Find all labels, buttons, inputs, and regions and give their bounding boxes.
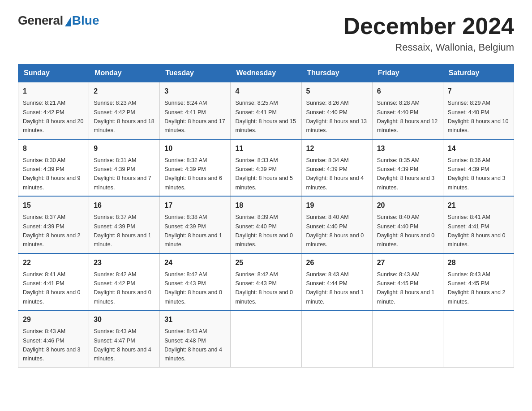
day-number: 3 (164, 86, 226, 97)
day-info: Sunrise: 8:43 AMSunset: 4:48 PMDaylight:… (164, 328, 222, 362)
calendar-cell: 19 Sunrise: 8:40 AMSunset: 4:40 PMDaylig… (301, 196, 372, 253)
day-info: Sunrise: 8:42 AMSunset: 4:42 PMDaylight:… (94, 271, 151, 305)
calendar-cell: 28 Sunrise: 8:43 AMSunset: 4:45 PMDaylig… (443, 253, 514, 311)
calendar-cell: 10 Sunrise: 8:32 AMSunset: 4:39 PMDaylig… (160, 139, 231, 197)
day-info: Sunrise: 8:31 AMSunset: 4:39 PMDaylight:… (94, 157, 151, 191)
day-number: 1 (23, 86, 84, 97)
calendar-cell: 21 Sunrise: 8:41 AMSunset: 4:41 PMDaylig… (443, 196, 514, 253)
calendar-cell: 14 Sunrise: 8:36 AMSunset: 4:39 PMDaylig… (443, 139, 514, 197)
calendar-week-row: 15 Sunrise: 8:37 AMSunset: 4:39 PMDaylig… (18, 196, 514, 253)
day-number: 4 (235, 86, 296, 97)
day-info: Sunrise: 8:37 AMSunset: 4:39 PMDaylight:… (23, 214, 81, 248)
calendar-cell: 8 Sunrise: 8:30 AMSunset: 4:39 PMDayligh… (18, 139, 89, 197)
calendar-cell: 23 Sunrise: 8:42 AMSunset: 4:42 PMDaylig… (89, 253, 160, 311)
day-info: Sunrise: 8:33 AMSunset: 4:39 PMDaylight:… (235, 157, 293, 191)
header-right: December 2024 Ressaix, Wallonia, Belgium (343, 13, 514, 53)
calendar-cell: 24 Sunrise: 8:42 AMSunset: 4:43 PMDaylig… (160, 253, 231, 311)
day-info: Sunrise: 8:41 AMSunset: 4:41 PMDaylight:… (448, 214, 506, 248)
page-header: General Blue December 2024 Ressaix, Wall… (18, 13, 514, 53)
day-number: 17 (164, 200, 226, 211)
calendar-cell: 18 Sunrise: 8:39 AMSunset: 4:40 PMDaylig… (231, 196, 301, 253)
calendar-cell: 16 Sunrise: 8:37 AMSunset: 4:39 PMDaylig… (89, 196, 160, 253)
day-number: 24 (164, 257, 226, 268)
day-number: 7 (448, 86, 509, 97)
calendar-cell: 1 Sunrise: 8:21 AMSunset: 4:42 PMDayligh… (18, 82, 89, 139)
calendar-cell: 25 Sunrise: 8:42 AMSunset: 4:43 PMDaylig… (231, 253, 301, 311)
calendar-week-row: 8 Sunrise: 8:30 AMSunset: 4:39 PMDayligh… (18, 139, 514, 197)
day-info: Sunrise: 8:30 AMSunset: 4:39 PMDaylight:… (23, 157, 81, 191)
day-info: Sunrise: 8:41 AMSunset: 4:41 PMDaylight:… (23, 271, 81, 305)
day-info: Sunrise: 8:23 AMSunset: 4:42 PMDaylight:… (94, 100, 154, 133)
day-number: 16 (94, 200, 155, 211)
day-info: Sunrise: 8:42 AMSunset: 4:43 PMDaylight:… (164, 271, 222, 305)
calendar-cell: 6 Sunrise: 8:28 AMSunset: 4:40 PMDayligh… (372, 82, 443, 139)
day-info: Sunrise: 8:29 AMSunset: 4:40 PMDaylight:… (448, 100, 509, 133)
day-info: Sunrise: 8:38 AMSunset: 4:39 PMDaylight:… (164, 214, 222, 248)
calendar-week-row: 29 Sunrise: 8:43 AMSunset: 4:46 PMDaylig… (18, 310, 514, 367)
calendar-week-row: 1 Sunrise: 8:21 AMSunset: 4:42 PMDayligh… (18, 82, 514, 139)
day-number: 11 (235, 143, 296, 154)
day-number: 6 (377, 86, 438, 97)
day-number: 30 (94, 314, 155, 325)
calendar-cell: 7 Sunrise: 8:29 AMSunset: 4:40 PMDayligh… (443, 82, 514, 139)
day-number: 13 (377, 143, 438, 154)
day-info: Sunrise: 8:43 AMSunset: 4:44 PMDaylight:… (306, 271, 364, 305)
day-info: Sunrise: 8:36 AMSunset: 4:39 PMDaylight:… (448, 157, 506, 191)
day-number: 21 (448, 200, 509, 211)
logo: General Blue (18, 13, 99, 28)
logo-triangle-icon (65, 17, 71, 26)
weekday-header-tuesday: Tuesday (160, 64, 231, 82)
calendar-cell: 31 Sunrise: 8:43 AMSunset: 4:48 PMDaylig… (160, 310, 231, 367)
day-info: Sunrise: 8:40 AMSunset: 4:40 PMDaylight:… (377, 214, 435, 248)
weekday-header-saturday: Saturday (443, 64, 514, 82)
calendar-cell: 9 Sunrise: 8:31 AMSunset: 4:39 PMDayligh… (89, 139, 160, 197)
day-info: Sunrise: 8:21 AMSunset: 4:42 PMDaylight:… (23, 100, 84, 133)
day-number: 31 (164, 314, 226, 325)
day-info: Sunrise: 8:43 AMSunset: 4:47 PMDaylight:… (94, 328, 151, 362)
day-number: 29 (23, 314, 84, 325)
day-number: 18 (235, 200, 296, 211)
weekday-header-wednesday: Wednesday (231, 64, 301, 82)
calendar-cell (301, 310, 372, 367)
weekday-header-monday: Monday (89, 64, 160, 82)
day-info: Sunrise: 8:34 AMSunset: 4:39 PMDaylight:… (306, 157, 364, 191)
calendar-week-row: 22 Sunrise: 8:41 AMSunset: 4:41 PMDaylig… (18, 253, 514, 311)
calendar-cell: 17 Sunrise: 8:38 AMSunset: 4:39 PMDaylig… (160, 196, 231, 253)
calendar-cell: 30 Sunrise: 8:43 AMSunset: 4:47 PMDaylig… (89, 310, 160, 367)
weekday-header-row: SundayMondayTuesdayWednesdayThursdayFrid… (18, 64, 514, 82)
day-info: Sunrise: 8:37 AMSunset: 4:39 PMDaylight:… (94, 214, 151, 248)
day-number: 26 (306, 257, 368, 268)
month-title: December 2024 (343, 13, 514, 39)
day-number: 20 (377, 200, 438, 211)
day-number: 2 (94, 86, 155, 97)
day-info: Sunrise: 8:43 AMSunset: 4:45 PMDaylight:… (377, 271, 435, 305)
calendar-cell: 11 Sunrise: 8:33 AMSunset: 4:39 PMDaylig… (231, 139, 301, 197)
logo-blue-text: Blue (72, 13, 99, 28)
calendar-cell: 20 Sunrise: 8:40 AMSunset: 4:40 PMDaylig… (372, 196, 443, 253)
day-number: 15 (23, 200, 84, 211)
day-number: 14 (448, 143, 509, 154)
day-number: 10 (164, 143, 226, 154)
day-number: 28 (448, 257, 509, 268)
weekday-header-sunday: Sunday (18, 64, 89, 82)
day-info: Sunrise: 8:26 AMSunset: 4:40 PMDaylight:… (306, 100, 367, 133)
day-number: 23 (94, 257, 155, 268)
calendar-cell (372, 310, 443, 367)
calendar-table: SundayMondayTuesdayWednesdayThursdayFrid… (18, 64, 514, 368)
day-number: 12 (306, 143, 368, 154)
calendar-cell: 29 Sunrise: 8:43 AMSunset: 4:46 PMDaylig… (18, 310, 89, 367)
calendar-cell: 26 Sunrise: 8:43 AMSunset: 4:44 PMDaylig… (301, 253, 372, 311)
calendar-cell: 27 Sunrise: 8:43 AMSunset: 4:45 PMDaylig… (372, 253, 443, 311)
day-number: 22 (23, 257, 84, 268)
day-info: Sunrise: 8:28 AMSunset: 4:40 PMDaylight:… (377, 100, 438, 133)
location-title: Ressaix, Wallonia, Belgium (343, 42, 514, 53)
calendar-cell (231, 310, 301, 367)
calendar-cell: 15 Sunrise: 8:37 AMSunset: 4:39 PMDaylig… (18, 196, 89, 253)
day-info: Sunrise: 8:43 AMSunset: 4:45 PMDaylight:… (448, 271, 506, 305)
day-info: Sunrise: 8:42 AMSunset: 4:43 PMDaylight:… (235, 271, 293, 305)
day-info: Sunrise: 8:35 AMSunset: 4:39 PMDaylight:… (377, 157, 435, 191)
calendar-cell: 22 Sunrise: 8:41 AMSunset: 4:41 PMDaylig… (18, 253, 89, 311)
calendar-cell: 5 Sunrise: 8:26 AMSunset: 4:40 PMDayligh… (301, 82, 372, 139)
day-number: 27 (377, 257, 438, 268)
day-number: 8 (23, 143, 84, 154)
